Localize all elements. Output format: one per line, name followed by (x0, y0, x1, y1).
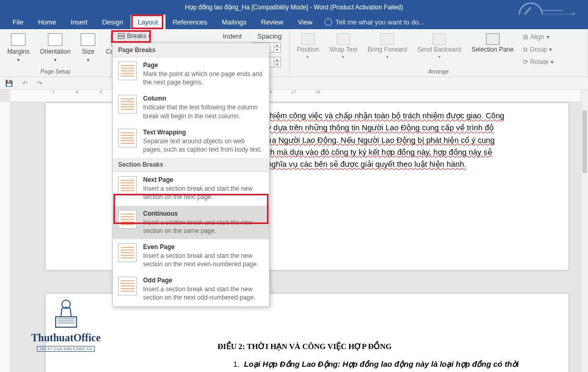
break-odd-page-item[interactable]: Odd PageInsert a section break and start… (113, 272, 269, 306)
menu-bar: File Home Insert Design Layout Reference… (0, 15, 588, 29)
undo-icon[interactable]: ↶ (22, 80, 28, 87)
break-continuous-item[interactable]: ContinuousInsert a section break and sta… (113, 206, 269, 239)
wrap-icon (337, 33, 350, 45)
title-bar: Hợp đồng lao động_Ha [Compatibility Mode… (0, 0, 588, 15)
spin-down-icon[interactable]: ▼ (274, 47, 280, 52)
rotate-icon: ⟳ (523, 58, 528, 66)
group-button: ⧉Group ▾ (521, 45, 556, 54)
redo-icon[interactable]: ↷ (37, 80, 42, 87)
page-breaks-header: Page Breaks (113, 43, 269, 57)
tab-insert[interactable]: Insert (63, 15, 95, 29)
tab-design[interactable]: Design (95, 15, 130, 29)
window-title: Hợp đồng lao động_Ha [Compatibility Mode… (185, 4, 403, 11)
svg-rect-5 (56, 317, 76, 327)
breaks-button[interactable]: Breaks▾ (114, 31, 154, 41)
text-wrapping-icon (118, 129, 137, 147)
breaks-dropdown: Page Breaks PageMark the point at which … (112, 43, 270, 307)
break-next-page-item[interactable]: Next PageInsert a section break and star… (113, 172, 269, 205)
svg-rect-3 (118, 36, 124, 39)
size-button[interactable]: Size▾ (78, 31, 98, 65)
selection-pane-button[interactable]: Selection Pane (468, 31, 517, 55)
align-icon: ⊞ (523, 33, 528, 41)
bulb-icon (325, 18, 332, 26)
tell-me[interactable]: Tell me what you want to do... (325, 18, 424, 26)
horizontal-ruler[interactable]: 789101112131415161718 (10, 90, 581, 102)
odd-page-icon (118, 277, 137, 295)
spacing-label: Spacing (258, 32, 282, 40)
wrap-text-button: Wrap Text▾ (326, 31, 361, 61)
indent-label: Indent (223, 32, 241, 40)
ribbon: Margins▾ Orientation▾ Size▾ Columns▾ Pag… (0, 29, 588, 77)
rotate-button: ⟳Rotate ▾ (521, 57, 556, 67)
size-icon (81, 33, 95, 46)
column-break-icon (118, 95, 137, 114)
quick-access: 💾 ↶ ↷ (0, 77, 588, 90)
heading-2: ĐIỀU 2: THỜI HẠN VÀ CÔNG VIỆC HỢP ĐỒNG (82, 341, 532, 353)
margins-button[interactable]: Margins▾ (4, 31, 33, 65)
breaks-icon (118, 33, 125, 39)
vertical-scrollbar[interactable] (581, 90, 588, 372)
bring-forward-button: Bring Forward▾ (365, 31, 410, 61)
scrollbar-thumb[interactable] (582, 110, 587, 173)
orientation-icon (48, 33, 62, 46)
tab-view[interactable]: View (290, 15, 319, 29)
page-break-icon (118, 61, 137, 80)
selection-pane-icon (486, 33, 500, 45)
break-page-item[interactable]: PageMark the point at which one page end… (113, 57, 269, 91)
bring-forward-icon (380, 33, 394, 45)
tab-home[interactable]: Home (31, 15, 63, 29)
align-button: ⊞Align ▾ (521, 32, 556, 42)
tab-references[interactable]: References (165, 15, 214, 29)
spin-down-icon[interactable]: ▼ (274, 62, 280, 67)
next-page-icon (118, 176, 137, 195)
spin-up-icon[interactable]: ▲ (274, 57, 280, 62)
break-even-page-item[interactable]: Even PageInsert a section break and star… (113, 239, 269, 272)
vertical-ruler[interactable] (0, 102, 10, 372)
break-text-wrapping-item[interactable]: Text WrappingSeparate text around object… (113, 125, 269, 158)
send-backward-icon (432, 33, 446, 45)
tab-review[interactable]: Review (254, 15, 291, 29)
even-page-icon (118, 243, 137, 262)
section-breaks-header: Section Breaks (113, 158, 269, 172)
continuous-icon (118, 210, 137, 229)
tab-mailings[interactable]: Mailings (214, 15, 254, 29)
break-column-item[interactable]: ColumnIndicate that the text following t… (113, 91, 269, 124)
save-icon[interactable]: 💾 (5, 80, 13, 87)
orientation-button[interactable]: Orientation▾ (37, 31, 74, 65)
send-backward-button: Send Backward▾ (414, 31, 464, 61)
watermark-logo: ThuthuatOffice TRI KY CUA DAN CONG SO (31, 297, 100, 352)
position-button: Position▾ (294, 31, 323, 61)
arrange-label: Arrange (294, 68, 584, 76)
group-icon: ⧉ (523, 46, 528, 53)
tab-file[interactable]: File (5, 15, 31, 29)
spin-up-icon[interactable]: ▲ (274, 43, 280, 47)
tab-layout[interactable]: Layout (131, 15, 165, 29)
page-setup-label: Page Setup (4, 68, 107, 76)
margins-icon (11, 33, 25, 46)
svg-rect-2 (118, 33, 124, 35)
position-icon (301, 33, 315, 45)
